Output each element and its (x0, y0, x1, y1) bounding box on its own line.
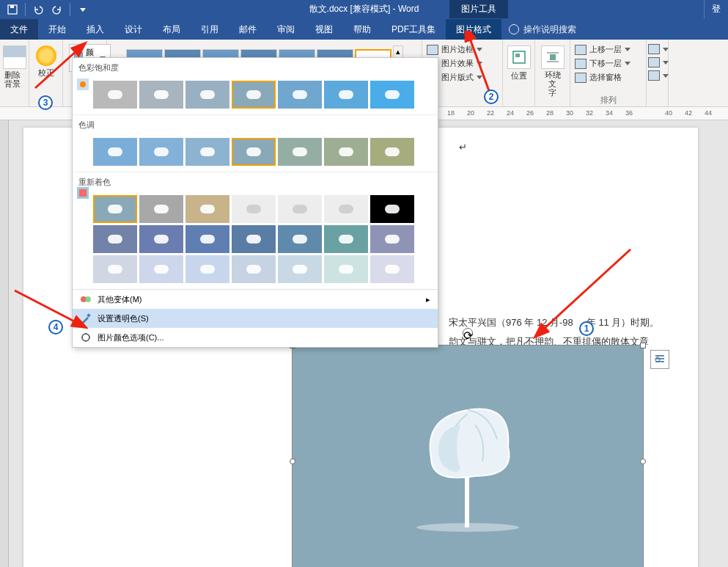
recolor-section-title: 重新着色 (73, 172, 438, 192)
tab-review[interactable]: 审阅 (267, 19, 305, 40)
tone-swatch[interactable] (324, 138, 368, 166)
recolor-swatch[interactable] (324, 195, 368, 223)
tab-view[interactable]: 视图 (305, 19, 343, 40)
recolor-swatch[interactable] (370, 255, 414, 283)
tone-swatch[interactable] (185, 138, 229, 166)
recolor-swatch[interactable] (232, 195, 276, 223)
rotate-handle[interactable]: ⟳ (463, 328, 473, 338)
tell-me-label: 操作说明搜索 (523, 23, 576, 36)
recolor-swatch-selected[interactable] (93, 195, 137, 223)
group-icon (648, 57, 660, 67)
align-button[interactable] (648, 43, 669, 56)
position-icon (507, 45, 531, 69)
wrap-text-button[interactable]: 环绕文 字 (538, 43, 567, 100)
tone-swatch-selected[interactable] (232, 138, 276, 166)
recolor-swatch[interactable] (185, 225, 229, 253)
gallery-up-icon[interactable]: ▴ (394, 46, 402, 57)
corrections-button[interactable]: 校正 (33, 43, 59, 81)
rotate-button[interactable] (648, 69, 669, 82)
tab-help[interactable]: 帮助 (343, 19, 381, 40)
recolor-swatch[interactable] (93, 255, 137, 283)
tab-mailings[interactable]: 邮件 (229, 19, 267, 40)
svg-rect-12 (79, 189, 87, 197)
layout-options-button[interactable] (650, 350, 669, 369)
recolor-swatch[interactable] (139, 255, 183, 283)
recolor-swatch[interactable] (232, 255, 276, 283)
recolor-swatch[interactable] (278, 225, 322, 253)
inserted-picture[interactable]: ⟳ (292, 345, 644, 567)
saturation-swatch[interactable] (185, 81, 229, 109)
undo-icon[interactable] (30, 1, 46, 18)
svg-rect-8 (465, 476, 469, 527)
redo-icon[interactable] (49, 1, 65, 18)
tab-insert[interactable]: 插入 (76, 19, 114, 40)
recolor-swatch[interactable] (93, 225, 137, 253)
wrap-text-icon (541, 45, 565, 69)
svg-point-10 (80, 81, 86, 87)
recolor-swatch[interactable] (139, 195, 183, 223)
bring-forward-button[interactable]: 上移一层 (575, 43, 630, 56)
bring-forward-icon (575, 45, 587, 55)
more-variants-item[interactable]: 其他变体(M) ▸ (73, 290, 438, 309)
remove-background-button[interactable]: 删除背景 (0, 43, 29, 91)
tab-references[interactable]: 引用 (191, 19, 229, 40)
svg-point-14 (85, 296, 91, 302)
tab-home[interactable]: 开始 (38, 19, 76, 40)
recolor-swatch[interactable] (278, 195, 322, 223)
eyedropper-icon (80, 312, 92, 324)
recolor-swatch[interactable] (232, 225, 276, 253)
quick-access-toolbar (0, 1, 95, 18)
group-align (647, 40, 669, 106)
selection-pane-button[interactable]: 选择窗格 (575, 70, 622, 84)
recolor-swatch[interactable] (370, 195, 414, 223)
group-button[interactable] (648, 56, 669, 69)
lightbulb-icon (509, 24, 519, 34)
recolor-swatch[interactable] (278, 255, 322, 283)
tone-swatch[interactable] (139, 138, 183, 166)
position-button[interactable]: 位置 (504, 43, 534, 84)
tone-section-title: 色调 (73, 114, 438, 135)
recolor-swatch[interactable] (185, 195, 229, 223)
nav-thumbnail-strip[interactable] (0, 120, 9, 567)
login-button[interactable]: 登 (704, 0, 728, 18)
qat-more-icon[interactable] (75, 1, 91, 18)
picture-color-options-item[interactable]: 图片颜色选项(C)... (73, 328, 438, 347)
title-bar: 散文.docx [兼容模式] - Word 图片工具 登 (0, 0, 728, 19)
contextual-tab-label: 图片工具 (449, 0, 508, 18)
tab-layout[interactable]: 布局 (152, 19, 191, 40)
recolor-swatch[interactable] (370, 225, 414, 253)
saturation-section-title: 色彩饱和度 (73, 58, 438, 78)
tone-swatch[interactable] (93, 138, 137, 166)
send-backward-button[interactable]: 下移一层 (575, 56, 630, 70)
tone-swatch[interactable] (278, 138, 322, 166)
recolor-swatch[interactable] (324, 255, 368, 283)
remove-bg-icon (3, 45, 26, 69)
saturation-swatch[interactable] (324, 81, 368, 109)
saturation-swatch-selected[interactable] (232, 81, 276, 109)
tab-design[interactable]: 设计 (114, 19, 152, 40)
recolor-swatch[interactable] (139, 225, 183, 253)
recolor-swatch[interactable] (324, 225, 368, 253)
saturation-swatch[interactable] (139, 81, 183, 109)
recolor-icon (77, 187, 89, 200)
resize-handle[interactable] (290, 458, 295, 464)
svg-rect-3 (515, 54, 520, 57)
save-icon[interactable] (4, 1, 21, 18)
saturation-swatch[interactable] (370, 81, 414, 109)
send-backward-icon (575, 59, 587, 69)
tab-picture-format[interactable]: 图片格式 (446, 19, 501, 40)
saturation-swatch[interactable] (93, 81, 137, 109)
resize-handle[interactable] (640, 343, 646, 348)
saturation-swatch[interactable] (278, 81, 322, 109)
color-dropdown-panel: 色彩饱和度 色调 重新着色 (72, 57, 438, 348)
tab-file[interactable]: 文件 (0, 19, 38, 40)
group-arrange: 上移一层 下移一层 选择窗格 排列 (570, 40, 647, 106)
tab-pdf[interactable]: PDF工具集 (381, 19, 446, 40)
picture-border-button[interactable]: 图片边框 (427, 43, 482, 56)
recolor-swatch[interactable] (185, 255, 229, 283)
set-transparent-color-item[interactable]: 设置透明色(S) (73, 309, 438, 328)
tell-me-search[interactable]: 操作说明搜索 (501, 19, 584, 40)
tone-swatch[interactable] (370, 138, 414, 166)
resize-handle[interactable] (640, 458, 646, 464)
group-position: 位置 (503, 40, 535, 106)
